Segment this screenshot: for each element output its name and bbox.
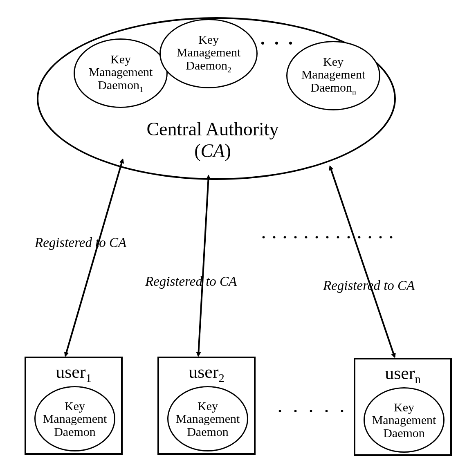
user-1-daemon: Key Management Daemon — [34, 386, 115, 451]
user-n-box: usern Key Management Daemon — [354, 358, 452, 456]
ca-title-paren-close: ) — [225, 140, 231, 161]
ca-daemon-1-line3: Daemon — [98, 78, 139, 92]
user-1-title-prefix: user — [56, 362, 85, 382]
ca-daemon-2-line2: Management — [177, 45, 241, 59]
ca-daemon-2-line1: Key — [198, 33, 219, 46]
user-n-title-sub: n — [415, 373, 421, 386]
ca-daemon-ellipsis: · · · — [260, 33, 295, 54]
user-2-daemon-line1: Key — [198, 399, 218, 413]
user-n-daemon-line3: Daemon — [383, 426, 425, 440]
edge-label-3: Registered to CA — [323, 278, 415, 293]
diagram-root: Central Authority (CA) Key Management Da… — [0, 0, 476, 476]
ca-title-ca: CA — [201, 140, 225, 161]
ca-title-paren-open: ( — [194, 140, 200, 161]
ca-daemon-n-sub: n — [352, 88, 356, 96]
ca-daemon-1-line1: Key — [110, 52, 131, 66]
ca-daemon-1-sub: 1 — [139, 85, 144, 94]
ca-daemon-n-text: Key Management Daemonn — [301, 55, 366, 96]
user-2-daemon-text: Key Management Daemon — [176, 400, 240, 438]
ca-daemon-2: Key Management Daemon2 — [159, 19, 258, 88]
user-n-daemon-line1: Key — [394, 400, 414, 414]
ca-daemon-2-text: Key Management Daemon2 — [177, 33, 241, 74]
user-2-daemon: Key Management Daemon — [167, 386, 248, 451]
user-2-title-prefix: user — [189, 362, 218, 382]
ca-daemon-2-sub: 2 — [227, 65, 231, 74]
ca-daemon-n: Key Management Daemonn — [286, 41, 380, 110]
user-2-title: user2 — [159, 361, 254, 385]
ca-title-line2: (CA) — [106, 140, 319, 162]
user-1-box: user1 Key Management Daemon — [25, 357, 123, 455]
user-1-daemon-line1: Key — [65, 399, 85, 413]
ca-daemon-1-text: Key Management Daemon1 — [89, 53, 153, 94]
ca-daemon-1: Key Management Daemon1 — [74, 38, 168, 108]
user-2-daemon-line2: Management — [176, 412, 240, 425]
edge-user2-ca — [198, 176, 209, 356]
edge-usern-ca — [330, 166, 395, 357]
user-n-title: usern — [355, 363, 450, 386]
user-n-daemon-text: Key Management Daemon — [372, 401, 436, 440]
ca-daemon-n-line1: Key — [323, 55, 344, 68]
user-1-daemon-text: Key Management Daemon — [43, 400, 107, 438]
edge-label-1: Registered to CA — [35, 235, 126, 250]
user-1-daemon-line3: Daemon — [54, 425, 96, 438]
ca-daemon-1-line2: Management — [89, 65, 153, 79]
user-1-title: user1 — [26, 361, 121, 385]
user-2-daemon-line3: Daemon — [187, 425, 229, 438]
user-n-title-prefix: user — [385, 363, 415, 383]
ca-title-line1: Central Authority — [106, 119, 319, 140]
user-2-title-sub: 2 — [219, 372, 225, 384]
edge-label-2: Registered to CA — [145, 274, 237, 289]
ca-daemon-n-line2: Management — [301, 67, 366, 81]
user-2-box: user2 Key Management Daemon — [157, 357, 256, 455]
user-1-title-sub: 1 — [86, 372, 92, 384]
user-n-daemon: Key Management Daemon — [364, 387, 445, 453]
user-n-daemon-line2: Management — [372, 413, 436, 427]
user-ellipsis: . . . . . — [278, 399, 348, 416]
user-1-daemon-line2: Management — [43, 412, 107, 425]
ca-daemon-2-line3: Daemon — [186, 58, 227, 72]
edge-user1-ca — [65, 159, 123, 356]
central-authority-title: Central Authority (CA) — [106, 119, 319, 162]
ca-daemon-n-line3: Daemon — [310, 81, 352, 94]
midline-dots: . . . . . . . . . . . . . — [262, 225, 395, 242]
